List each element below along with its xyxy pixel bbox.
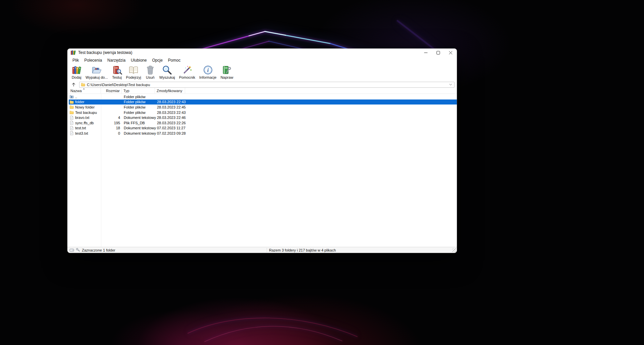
folder-icon — [69, 105, 74, 109]
column-header-modified[interactable]: Zmodyfikowany — [155, 88, 185, 93]
file-row[interactable]: sync.ffs_db 195 Plik FFS_DB 28.03.2023 2… — [69, 120, 457, 126]
file-row[interactable]: Nowy folder Folder plików 28.03.2023 22:… — [69, 105, 457, 110]
resize-grip[interactable] — [452, 248, 456, 252]
minimize-button[interactable] — [420, 49, 432, 57]
menu-opcje[interactable]: Opcje — [149, 57, 165, 63]
find-button[interactable]: Wyszukaj — [157, 65, 177, 80]
menubar: Plik Polecenia Narzędzia Ulubione Opcje … — [67, 57, 457, 64]
file-icon — [69, 116, 74, 120]
wizard-button[interactable]: Pomocnik — [177, 65, 197, 80]
file-icon — [69, 131, 74, 135]
menu-polecenia[interactable]: Polecenia — [82, 57, 105, 63]
delete-button[interactable]: Usuń — [143, 65, 157, 80]
column-header-size[interactable]: Rozmiar — [101, 88, 122, 93]
file-row[interactable]: Test backupu Folder plików 28.03.2023 22… — [69, 110, 457, 115]
file-icon — [69, 121, 74, 125]
info-button[interactable]: Informacje — [197, 65, 218, 80]
address-bar: C:\Users\Daniel\Desktop\Test backupu — [67, 81, 457, 88]
folder-up-icon — [69, 94, 74, 99]
sort-ascending-icon — [83, 88, 85, 89]
file-row-parent[interactable]: .. Folder plików — [69, 94, 457, 99]
file-row[interactable]: bravo.txt 4 Dokument tekstowy 28.03.2023… — [69, 115, 457, 120]
menu-plik[interactable]: Plik — [70, 57, 82, 63]
close-button[interactable] — [444, 49, 457, 57]
file-icon — [69, 126, 74, 130]
chevron-down-icon[interactable] — [449, 84, 452, 85]
folder-icon — [69, 110, 74, 115]
address-combobox[interactable]: C:\Users\Daniel\Desktop\Test backupu — [79, 82, 454, 88]
address-path: C:\Users\Daniel\Desktop\Test backupu — [87, 83, 150, 87]
extract-button[interactable]: Wypakuj do... — [84, 65, 110, 80]
statusbar-divider — [267, 248, 267, 252]
column-header-row: Nazwa Rozmiar Typ Zmodyfikowany — [67, 88, 457, 94]
menu-narzedzia[interactable]: Narzędzia — [105, 57, 128, 63]
file-row[interactable]: test3.txt 0 Dokument tekstowy 07.02.2023… — [69, 131, 457, 136]
wizard-wand-icon — [182, 65, 192, 75]
repair-book-icon — [222, 65, 232, 75]
caption-buttons — [420, 49, 457, 57]
disk-icon[interactable] — [69, 249, 74, 252]
up-arrow-icon — [72, 82, 75, 87]
file-list[interactable]: .. Folder plików folder Folder plików 28… — [67, 94, 457, 247]
file-row-selected[interactable]: folder Folder plików 28.03.2023 22:43 — [69, 99, 457, 105]
maximize-button[interactable] — [432, 49, 444, 57]
open-book-icon — [128, 65, 139, 75]
info-icon — [203, 65, 213, 75]
trash-icon — [145, 65, 155, 75]
address-folder-icon — [81, 82, 85, 87]
test-book-magnifier-icon — [112, 65, 122, 75]
winrar-window: Test backupu (wersja testowa) Plik Polec… — [67, 49, 457, 253]
column-header-type[interactable]: Typ — [122, 88, 155, 93]
status-bar: Zaznaczone 1 folder Razem 3 foldery i 21… — [67, 247, 457, 253]
repair-button[interactable]: Napraw — [218, 65, 235, 80]
toolbar: Dodaj Wypakuj do... Testuj Podejrzyj Usu… — [67, 64, 457, 81]
view-button[interactable]: Podejrzyj — [124, 65, 143, 80]
up-button[interactable] — [69, 82, 78, 87]
key-icon[interactable] — [76, 248, 80, 252]
app-books-icon — [70, 50, 76, 55]
menu-pomoc[interactable]: Pomoc — [165, 57, 183, 63]
extract-folder-icon — [92, 65, 102, 75]
folder-icon — [69, 100, 74, 104]
file-row[interactable]: test.txt 18 Dokument tekstowy 07.02.2023… — [69, 126, 457, 131]
menu-ulubione[interactable]: Ulubione — [128, 57, 149, 63]
books-stack-icon — [71, 65, 82, 75]
test-button[interactable]: Testuj — [110, 65, 124, 80]
selection-status-text: Zaznaczone 1 folder — [82, 248, 115, 252]
titlebar[interactable]: Test backupu (wersja testowa) — [67, 49, 457, 57]
add-button[interactable]: Dodaj — [69, 65, 84, 80]
magnifier-icon — [162, 65, 172, 75]
totals-status-text: Razem 3 foldery i 217 bajtów w 4 plikach — [269, 248, 336, 252]
window-title: Test backupu (wersja testowa) — [78, 50, 132, 55]
column-header-name[interactable]: Nazwa — [69, 88, 101, 93]
